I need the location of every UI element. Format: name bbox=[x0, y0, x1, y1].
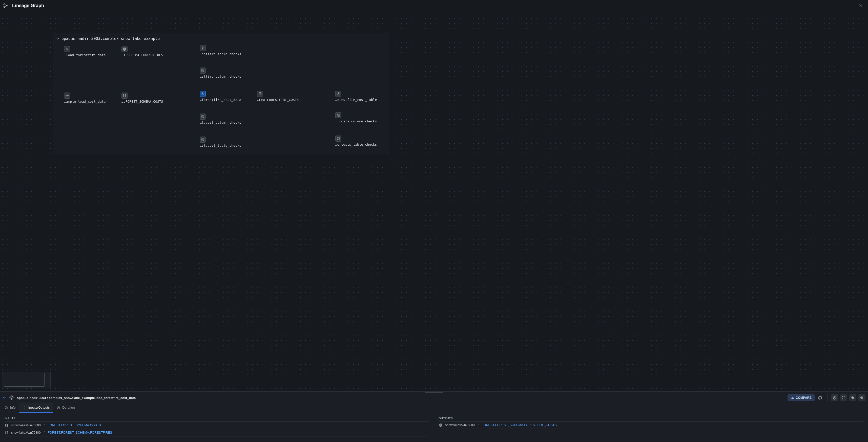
lineage-canvas[interactable]: opaque-nadir-3003.complex_snowflake_exam… bbox=[0, 11, 868, 392]
minimap[interactable] bbox=[3, 372, 51, 388]
node-label: …_costs_column_checks bbox=[335, 120, 377, 123]
compare-button[interactable]: COMPARE bbox=[787, 394, 815, 401]
node-load-cost-data[interactable]: …ample.load_cost_data bbox=[64, 93, 105, 103]
node-costs-table[interactable]: ….FOREST_SCHEMA.COSTS bbox=[121, 93, 163, 103]
svg-point-1 bbox=[4, 6, 5, 8]
svg-point-33 bbox=[440, 423, 442, 424]
svg-point-10 bbox=[67, 95, 68, 96]
zoom-in-button[interactable] bbox=[849, 394, 856, 401]
node-cost-column-checks[interactable]: …t.cost_column_checks bbox=[200, 113, 241, 125]
output-row[interactable]: snowflake://wn76800 / FOREST.FOREST_SCHE… bbox=[439, 421, 863, 429]
tab-inputs-outputs[interactable]: Inputs/Outputs bbox=[19, 403, 53, 413]
node-load-forestfire-data[interactable]: …load_forestfire_data bbox=[64, 46, 105, 57]
svg-point-32 bbox=[6, 431, 8, 432]
svg-point-31 bbox=[6, 424, 8, 425]
dataset-path: FOREST.FOREST_SCHEMA.FORESTFIRE_COSTS bbox=[482, 423, 557, 427]
node-label: …stfire_column_checks bbox=[200, 75, 241, 78]
node-forestfires-table[interactable]: …T_SCHEMA.FORESTFIRES bbox=[121, 46, 163, 57]
svg-point-25 bbox=[833, 397, 836, 399]
node-forestfire-cost-data[interactable]: …forestfire_cost_data bbox=[200, 91, 241, 102]
tab-duration[interactable]: Duration bbox=[53, 403, 78, 413]
center-button[interactable] bbox=[831, 394, 838, 401]
node-label: …orestfire_cost_table bbox=[335, 98, 377, 102]
page-title: Lineage Graph bbox=[12, 3, 44, 8]
dataset-host: snowflake://wn76800 bbox=[11, 423, 41, 427]
dataset-path: FOREST.FOREST_SCHEMA.COSTS bbox=[48, 423, 101, 427]
svg-point-11 bbox=[123, 47, 126, 48]
gear-icon bbox=[8, 395, 15, 401]
svg-point-20 bbox=[338, 115, 339, 116]
node-label: …estfire_table_checks bbox=[200, 52, 241, 56]
tab-label: Duration bbox=[62, 406, 75, 409]
group-collapse-toggle[interactable] bbox=[56, 37, 59, 40]
svg-point-26 bbox=[834, 397, 835, 398]
lineage-logo-icon bbox=[3, 2, 10, 9]
dataset-icon bbox=[5, 423, 9, 427]
group-title: opaque-nadir-3003.complex_snowflake_exam… bbox=[61, 36, 160, 41]
outputs-column: OUTPUTS snowflake://wn76800 / FOREST.FOR… bbox=[434, 413, 868, 442]
tab-info[interactable]: Info bbox=[1, 403, 19, 413]
svg-point-17 bbox=[202, 139, 203, 140]
inputs-column: INPUTS snowflake://wn76800 / FOREST.FORE… bbox=[0, 413, 434, 442]
svg-point-13 bbox=[202, 47, 203, 48]
svg-point-15 bbox=[202, 93, 203, 94]
zoom-out-button[interactable] bbox=[858, 394, 865, 401]
svg-point-22 bbox=[11, 397, 12, 398]
dataset-host: snowflake://wn76800 bbox=[11, 431, 41, 434]
svg-point-12 bbox=[123, 94, 126, 95]
svg-point-2 bbox=[7, 5, 8, 6]
tab-label: Info bbox=[10, 406, 16, 409]
svg-point-9 bbox=[67, 48, 68, 49]
node-label: …forestfire_cost_data bbox=[200, 98, 241, 102]
node-costs-table-checks[interactable]: …e_costs_table_checks bbox=[335, 136, 377, 146]
toolbar-divider bbox=[827, 394, 828, 401]
dataset-host: snowflake://wn76800 bbox=[445, 423, 475, 427]
node-forestfire-costs-table[interactable]: …EMA.FORESTFIRE_COSTS bbox=[257, 91, 299, 102]
node-forestfire-table-checks[interactable]: …estfire_table_checks bbox=[200, 45, 241, 56]
node-costs-column-checks[interactable]: …_costs_column_checks bbox=[335, 112, 377, 123]
svg-point-0 bbox=[4, 4, 5, 5]
minimap-viewport[interactable] bbox=[4, 373, 44, 386]
node-cost-table-checks[interactable]: …st.cost_table_checks bbox=[200, 137, 241, 147]
input-row[interactable]: snowflake://wn76800 / FOREST.FOREST_SCHE… bbox=[5, 429, 429, 436]
dataset-path: FOREST.FOREST_SCHEMA.FORESTFIRES bbox=[48, 431, 112, 434]
dataset-icon bbox=[439, 423, 443, 427]
svg-point-14 bbox=[202, 70, 203, 71]
tab-label: Inputs/Outputs bbox=[28, 406, 50, 409]
fullscreen-button[interactable] bbox=[840, 394, 847, 401]
input-row[interactable]: snowflake://wn76800 / FOREST.FOREST_SCHE… bbox=[5, 421, 429, 429]
close-button[interactable] bbox=[857, 2, 865, 10]
node-label: …T_SCHEMA.FORESTFIRES bbox=[121, 53, 163, 57]
node-label: …ample.load_cost_data bbox=[64, 100, 105, 103]
node-label: …EMA.FORESTFIRE_COSTS bbox=[257, 98, 299, 102]
github-icon[interactable] bbox=[817, 394, 824, 401]
svg-point-16 bbox=[202, 116, 203, 117]
node-label: …e_costs_table_checks bbox=[335, 143, 377, 146]
panel-collapse-toggle[interactable] bbox=[3, 396, 6, 400]
node-forestfire-cost-table-job[interactable]: …orestfire_cost_table bbox=[335, 91, 377, 102]
node-label: …t.cost_column_checks bbox=[200, 121, 241, 125]
node-forestfire-column-checks[interactable]: …stfire_column_checks bbox=[200, 68, 241, 78]
outputs-heading: OUTPUTS bbox=[439, 415, 863, 421]
node-label: …st.cost_table_checks bbox=[200, 144, 241, 147]
dataset-icon bbox=[5, 431, 9, 435]
svg-point-18 bbox=[259, 92, 261, 93]
svg-point-24 bbox=[792, 397, 794, 399]
inputs-heading: INPUTS bbox=[5, 415, 429, 421]
node-label: …load_forestfire_data bbox=[64, 53, 105, 57]
node-label: ….FOREST_SCHEMA.COSTS bbox=[121, 100, 163, 103]
svg-point-21 bbox=[338, 138, 339, 139]
breadcrumb: opaque-nadir-3003 / complex_snowflake_ex… bbox=[17, 396, 136, 400]
compare-label: COMPARE bbox=[796, 396, 812, 400]
svg-point-19 bbox=[338, 93, 339, 94]
